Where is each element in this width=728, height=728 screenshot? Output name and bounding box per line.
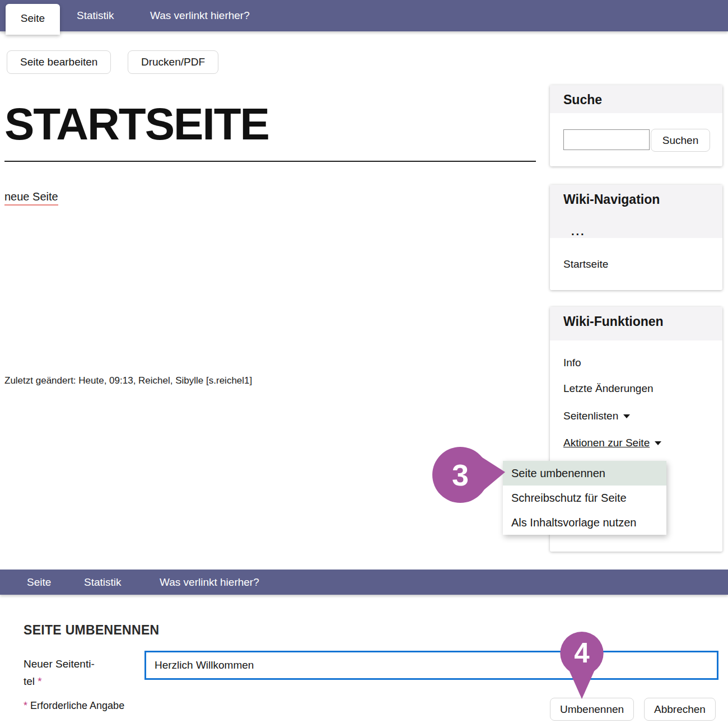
bottom-tab-bar: Seite Statistik Was verlinkt hierher? [0,570,728,595]
tab-was-verlinkt-hierher-2[interactable]: Was verlinkt hierher? [160,570,259,595]
missing-page-link[interactable]: neue Seite [4,190,58,206]
menu-item-schreibschutz[interactable]: Schreibschutz für Seite [503,486,666,510]
wiki-navigation-panel: Wiki-Navigation ... Startseite [550,185,722,290]
search-panel-title: Suche [550,85,722,108]
title-divider [4,161,536,162]
page-actions-menu: Seite umbenennen Schreibschutz für Seite… [503,461,666,535]
menu-item-seite-umbenennen[interactable]: Seite umbenennen [503,461,666,486]
chevron-down-icon [655,441,661,445]
required-asterisk: * [38,675,41,687]
chevron-down-icon [623,414,630,418]
functions-link-letzte-aenderungen[interactable]: Letzte Änderungen [563,382,654,395]
top-tab-bar: Seite Statistik Was verlinkt hierher? [0,0,728,31]
edit-page-button[interactable]: Seite bearbeiten [7,50,111,74]
required-note-text: Erforderliche Angabe [30,700,124,711]
required-note: * Erforderliche Angabe [24,700,124,712]
required-note-asterisk: * [24,700,27,711]
page-title: STARTSEITE [4,102,269,147]
nav-link-startseite[interactable]: Startseite [563,258,608,270]
step-3-callout-badge: 3 [432,447,505,503]
functions-link-info[interactable]: Info [563,357,581,369]
wiki-navigation-title: Wiki-Navigation [550,185,722,207]
search-button[interactable]: Suchen [651,129,710,152]
rename-submit-button[interactable]: Umbenennen [550,698,634,721]
rename-cancel-button[interactable]: Abbrechen [644,698,716,721]
search-panel-header: Suche [550,85,722,113]
aktionen-zur-seite-label: Aktionen zur Seite [563,437,650,449]
seitenlisten-label: Seitenlisten [563,410,618,422]
wiki-navigation-header: Wiki-Navigation ... [550,185,722,238]
functions-link-aktionen-zur-seite[interactable]: Aktionen zur Seite [563,437,661,449]
label-line-1: Neuer Seitenti- [24,658,95,670]
tab-statistik-2[interactable]: Statistik [84,570,122,595]
new-page-title-input[interactable] [144,651,718,680]
wiki-screenshot: Seite Statistik Was verlinkt hierher? Se… [0,0,728,728]
label-line-2: tel [24,675,35,687]
tab-seite-2[interactable]: Seite [27,570,51,595]
last-modified-text: Zuletzt geändert: Heute, 09:13, Reichel,… [4,375,252,386]
tree-collapse-ellipsis-icon[interactable]: ... [571,225,586,238]
menu-item-inhaltsvorlage[interactable]: Als Inhaltsvorlage nutzen [503,510,666,535]
tab-was-verlinkt-hierher[interactable]: Was verlinkt hierher? [150,0,250,31]
wiki-functions-title: Wiki-Funktionen [550,307,722,329]
wiki-functions-header: Wiki-Funktionen [550,307,722,340]
functions-link-seitenlisten[interactable]: Seitenlisten [563,410,630,422]
new-page-title-label: Neuer Seitenti-tel * [24,655,95,690]
tab-seite[interactable]: Seite [6,4,60,35]
search-input[interactable] [563,129,650,150]
step-3-number: 3 [452,458,469,492]
tab-statistik[interactable]: Statistik [77,0,114,31]
rename-form-heading: SEITE UMBENENNEN [24,623,160,638]
search-panel: Suche Suchen [550,85,722,166]
print-pdf-button[interactable]: Drucken/PDF [128,50,218,74]
